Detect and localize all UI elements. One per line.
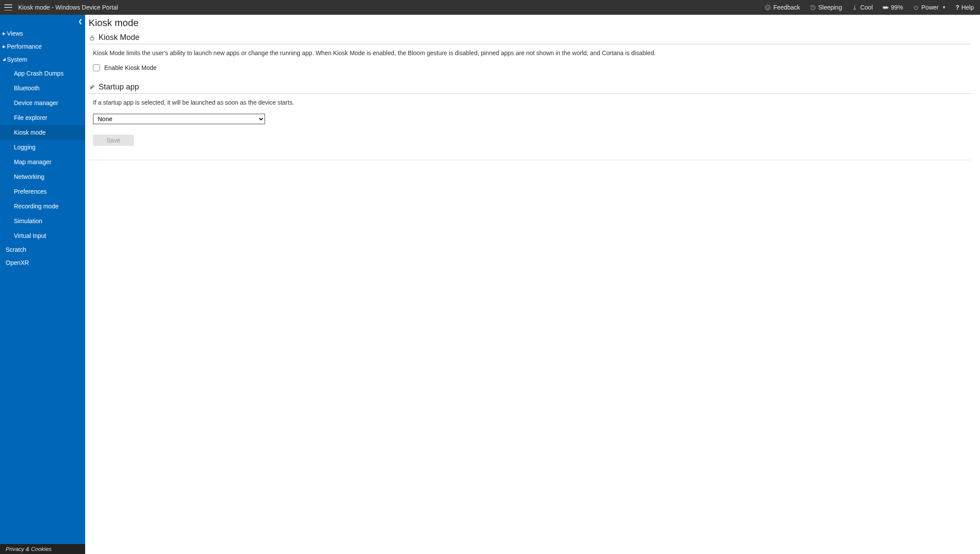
sidebar-item-preferences[interactable]: Preferences xyxy=(0,184,85,199)
svg-point-3 xyxy=(854,8,856,10)
topbar: Kiosk mode - Windows Device Portal Feedb… xyxy=(0,0,980,15)
section-divider xyxy=(89,160,971,160)
power-icon xyxy=(913,4,919,11)
app-title: Kiosk mode - Windows Device Portal xyxy=(18,4,118,11)
sidebar-item-virtual-input[interactable]: Virtual Input xyxy=(0,228,85,243)
section-head-kiosk: Kiosk Mode xyxy=(89,33,971,44)
sidebar-item-device-manager[interactable]: Device manager xyxy=(0,96,85,110)
caret-right-icon: ▶ xyxy=(3,44,6,49)
sidebar-item-file-explorer[interactable]: File explorer xyxy=(0,110,85,125)
sidebar-section-label: System xyxy=(7,56,27,63)
svg-point-1 xyxy=(767,7,767,7)
sidebar-section-performance[interactable]: ▶ Performance xyxy=(0,40,85,53)
section-head-startup: Startup app xyxy=(89,82,971,94)
page-title: Kiosk mode xyxy=(89,17,971,29)
sidebar-section-system[interactable]: ◢ System xyxy=(0,53,85,66)
sidebar: ❮ ▶ Views ▶ Performance ◢ System App Cra… xyxy=(0,15,85,554)
temperature-status[interactable]: Cool xyxy=(851,4,873,11)
sidebar-item-simulation[interactable]: Simulation xyxy=(0,214,85,228)
history-icon xyxy=(810,4,816,11)
sidebar-item-app-crash-dumps[interactable]: App Crash Dumps xyxy=(0,66,85,81)
enable-kiosk-checkbox[interactable] xyxy=(93,64,100,71)
feedback-button[interactable]: Feedback xyxy=(765,4,800,11)
chevron-down-icon: ▼ xyxy=(942,5,946,10)
sidebar-section-label: Views xyxy=(7,30,23,37)
sidebar-item-logging[interactable]: Logging xyxy=(0,140,85,155)
sidebar-item-networking[interactable]: Networking xyxy=(0,169,85,184)
svg-rect-5 xyxy=(888,7,888,8)
question-icon: ? xyxy=(956,4,960,11)
pin-icon xyxy=(89,84,96,91)
section-title-kiosk: Kiosk Mode xyxy=(99,33,139,42)
sidebar-item-recording-mode[interactable]: Recording mode xyxy=(0,199,85,214)
sleeping-label: Sleeping xyxy=(818,4,842,11)
svg-point-2 xyxy=(768,7,769,7)
svg-point-0 xyxy=(765,5,770,10)
sidebar-item-bluetooth[interactable]: Bluetooth xyxy=(0,81,85,96)
sidebar-nav: ▶ Views ▶ Performance ◢ System App Crash… xyxy=(0,15,85,544)
help-label: Help xyxy=(961,4,974,11)
battery-icon xyxy=(882,4,889,11)
sidebar-section-views[interactable]: ▶ Views xyxy=(0,27,85,40)
sidebar-item-map-manager[interactable]: Map manager xyxy=(0,155,85,169)
cool-label: Cool xyxy=(860,4,873,11)
lock-icon xyxy=(89,34,96,41)
svg-rect-6 xyxy=(884,7,887,8)
power-menu[interactable]: Power ▼ xyxy=(913,4,946,11)
kiosk-description: Kiosk Mode limits the user's ability to … xyxy=(93,49,971,56)
sidebar-item-openxr[interactable]: OpenXR xyxy=(0,256,85,269)
privacy-cookies-link[interactable]: Privacy & Cookies xyxy=(0,544,85,554)
section-body-startup: If a startup app is selected, it will be… xyxy=(89,94,971,155)
sidebar-item-scratch[interactable]: Scratch xyxy=(0,243,85,256)
feedback-label: Feedback xyxy=(773,4,800,11)
svg-rect-7 xyxy=(90,37,94,40)
smiley-icon xyxy=(765,4,771,11)
thermometer-icon xyxy=(851,4,858,11)
sidebar-section-label: Performance xyxy=(7,43,42,50)
save-button[interactable]: Save xyxy=(93,135,134,146)
section-title-startup: Startup app xyxy=(99,82,139,92)
battery-label: 99% xyxy=(891,4,903,11)
power-label: Power xyxy=(921,4,939,11)
collapse-sidebar-button[interactable]: ❮ xyxy=(78,18,83,24)
startup-app-select[interactable]: None xyxy=(93,114,265,124)
sleeping-status[interactable]: Sleeping xyxy=(810,4,842,11)
caret-right-icon: ▶ xyxy=(3,31,6,36)
enable-kiosk-label: Enable Kiosk Mode xyxy=(104,64,157,71)
section-body-kiosk: Kiosk Mode limits the user's ability to … xyxy=(89,44,971,80)
sidebar-item-kiosk-mode[interactable]: Kiosk mode xyxy=(0,125,85,140)
battery-status[interactable]: 99% xyxy=(882,4,903,11)
hamburger-icon[interactable] xyxy=(4,4,12,10)
startup-description: If a startup app is selected, it will be… xyxy=(93,99,971,106)
enable-kiosk-checkbox-row[interactable]: Enable Kiosk Mode xyxy=(93,64,971,71)
help-button[interactable]: ? Help xyxy=(956,4,974,11)
caret-down-icon: ◢ xyxy=(3,57,6,61)
main-content: Kiosk mode Kiosk Mode Kiosk Mode limits … xyxy=(85,15,980,554)
sidebar-system-list: App Crash Dumps Bluetooth Device manager… xyxy=(0,66,85,243)
